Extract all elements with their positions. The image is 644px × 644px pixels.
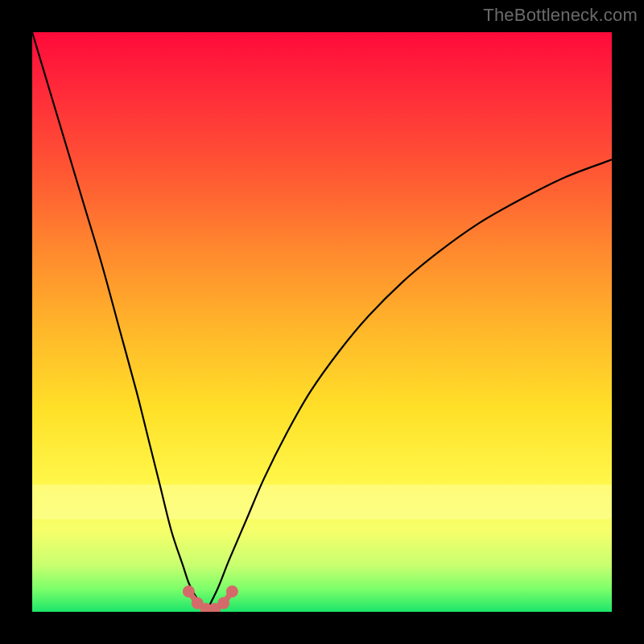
right-branch-curve xyxy=(206,159,612,612)
minimum-marker xyxy=(183,585,195,597)
watermark-text: TheBottleneck.com xyxy=(483,5,638,26)
chart-frame: TheBottleneck.com xyxy=(0,0,644,644)
left-branch-curve xyxy=(32,32,206,612)
minimum-marker xyxy=(217,597,229,609)
plot-area xyxy=(32,32,612,612)
highlight-band xyxy=(32,485,612,519)
minimum-marker xyxy=(208,603,221,612)
minimum-marker xyxy=(200,603,213,612)
minimum-marker xyxy=(192,597,204,609)
minimum-marker xyxy=(226,585,238,597)
curve-layer xyxy=(32,32,612,612)
minimum-bridge xyxy=(188,592,232,609)
minimum-markers xyxy=(183,585,238,612)
